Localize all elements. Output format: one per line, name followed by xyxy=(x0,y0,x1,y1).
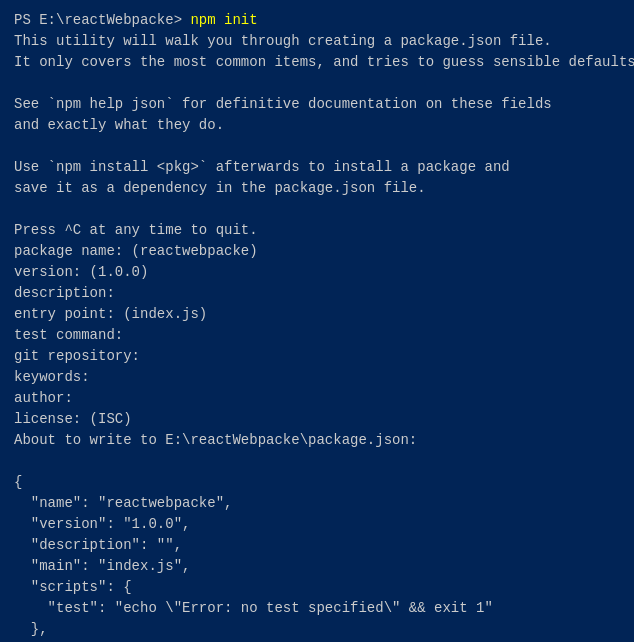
terminal-line: { xyxy=(14,472,620,493)
terminal-line: See `npm help json` for definitive docum… xyxy=(14,94,620,115)
terminal-line: git repository: xyxy=(14,346,620,367)
terminal-line: Press ^C at any time to quit. xyxy=(14,220,620,241)
terminal-line: entry point: (index.js) xyxy=(14,304,620,325)
terminal-line: "name": "reactwebpacke", xyxy=(14,493,620,514)
terminal-line: "test": "echo \"Error: no test specified… xyxy=(14,598,620,619)
terminal-line xyxy=(14,199,620,220)
terminal-line xyxy=(14,136,620,157)
terminal-line: About to write to E:\reactWebpacke\packa… xyxy=(14,430,620,451)
terminal-line: license: (ISC) xyxy=(14,409,620,430)
terminal-line: package name: (reactwebpacke) xyxy=(14,241,620,262)
terminal-line: PS E:\reactWebpacke> npm init xyxy=(14,10,620,31)
terminal-line: version: (1.0.0) xyxy=(14,262,620,283)
terminal-line: It only covers the most common items, an… xyxy=(14,52,620,73)
terminal-output: PS E:\reactWebpacke> npm initThis utilit… xyxy=(14,10,620,642)
terminal-line xyxy=(14,451,620,472)
terminal-line: and exactly what they do. xyxy=(14,115,620,136)
terminal-line: "main": "index.js", xyxy=(14,556,620,577)
terminal-line: "version": "1.0.0", xyxy=(14,514,620,535)
prompt-command: npm init xyxy=(182,10,258,31)
terminal-line: This utility will walk you through creat… xyxy=(14,31,620,52)
terminal-line: save it as a dependency in the package.j… xyxy=(14,178,620,199)
terminal-line: "scripts": { xyxy=(14,577,620,598)
terminal-line xyxy=(14,73,620,94)
terminal-window: PS E:\reactWebpacke> npm initThis utilit… xyxy=(14,10,620,632)
terminal-line: "description": "", xyxy=(14,535,620,556)
terminal-line: Use `npm install <pkg>` afterwards to in… xyxy=(14,157,620,178)
terminal-line: author: xyxy=(14,388,620,409)
terminal-line: }, xyxy=(14,619,620,640)
terminal-line: test command: xyxy=(14,325,620,346)
prompt-path: PS E:\reactWebpacke> xyxy=(14,10,182,31)
terminal-line: keywords: xyxy=(14,367,620,388)
terminal-line: description: xyxy=(14,283,620,304)
